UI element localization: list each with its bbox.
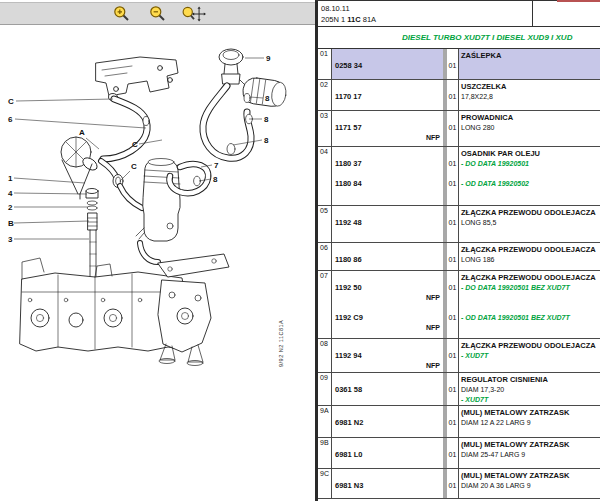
table-row-03[interactable]: 031171 57NFP01PROWADNICALONG 280 <box>318 111 600 147</box>
table-row-9C[interactable]: 9C6981 N301(MUL) METALOWY ZATRZASKDIAM 2… <box>318 469 600 499</box>
table-row-09[interactable]: 090361 5801REGULATOR CISNIENIADIAM 17,3-… <box>318 373 600 406</box>
quantity <box>447 293 458 303</box>
label-leader-line <box>15 119 146 128</box>
quantity <box>447 113 458 123</box>
row-ref: 02 <box>318 80 331 110</box>
description-cell: OSADNIK PAR OLEJU- DO DATA 19920501- OD … <box>458 147 600 205</box>
table-row-02[interactable]: 021170 1701USZCZELKA17,8X22,8 <box>318 80 600 111</box>
nfp-flag: NFP <box>426 361 440 371</box>
diagram-label-C: C <box>8 97 14 106</box>
quantity <box>447 273 458 283</box>
quantity: 01 <box>447 283 458 293</box>
table-row-04[interactable]: 041180 371180 840101OSADNIK PAR OLEJU- D… <box>318 147 600 206</box>
label-leader-line <box>14 178 85 183</box>
row-ref: 06 <box>318 243 331 270</box>
description-cell: REGULATOR CISNIENIADIAM 17,3-20- XUD7T <box>458 373 600 405</box>
description-cell: ZŁĄCZKA PRZEWODU ODOLEJACZALONG 85,5 <box>458 206 600 242</box>
part-number: 1180 37 <box>335 159 443 169</box>
applicability-note: - XUD7T <box>461 395 600 405</box>
row-ref: 05 <box>318 206 331 242</box>
part-detail: LONG 186 <box>461 255 600 265</box>
quantity <box>447 375 458 385</box>
header-reference-cell: 08.10.11 205N 1 11C 81A <box>318 1 533 27</box>
diagram-label-C: C <box>131 162 137 171</box>
quantity <box>447 395 458 405</box>
quantity-cell: 01 <box>447 206 458 242</box>
table-row-08[interactable]: 081192 94NFP01ZŁĄCZKA PRZEWODU ODOLEJACZ… <box>318 339 600 373</box>
row-ref: 9A <box>318 406 331 437</box>
applicability-note: - DO DATA 19920501 <box>461 159 600 169</box>
diagram-label-2: 2 <box>8 203 13 212</box>
part-number-cell: 1170 17 <box>331 80 443 110</box>
label-leader-line <box>14 193 87 194</box>
diagram-label-1: 1 <box>8 174 13 183</box>
quantity <box>447 408 458 418</box>
table-row-9B[interactable]: 9B6981 L001(MUL) METALOWY ZATRZASKDIAM 2… <box>318 438 600 469</box>
part-number-cell: 1180 86 <box>331 243 443 270</box>
diagram-label-C: C <box>132 140 138 149</box>
quantity: 01 <box>447 385 458 395</box>
part-detail: DIAM 20 A 36 LARG 9 <box>461 481 600 491</box>
quantity <box>447 208 458 218</box>
part-number: 1192 48 <box>335 218 443 228</box>
part-number: 6981 N2 <box>335 418 443 428</box>
table-row-01[interactable]: 010258 3401ZAŚLEPKA <box>318 49 600 80</box>
quantity <box>447 149 458 159</box>
diagram-label-4: 4 <box>8 189 13 198</box>
table-row-06[interactable]: 061180 8601ZŁĄCZKA PRZEWODU ODOLEJACZALO… <box>318 243 600 271</box>
parts-rows: 010258 3401ZAŚLEPKA021170 1701USZCZELKA1… <box>318 49 600 499</box>
quantity <box>447 303 458 313</box>
description-cell: ZAŚLEPKA <box>458 49 600 79</box>
quantity <box>447 341 458 351</box>
engine-variant-title: DIESEL TURBO XUD7T I DIESEL XUD9 I XUD <box>318 27 600 49</box>
nfp-flag: NFP <box>426 133 440 143</box>
part-number-cell: 6981 N2 <box>331 406 443 437</box>
part-detail <box>461 133 600 143</box>
parts-diagram: 9/92 N2 11C81A C6ACC142B3988878 <box>0 0 315 501</box>
header-empty-cell <box>533 1 600 27</box>
part-detail: LONG 85,5 <box>461 218 600 228</box>
diagram-label-8: 8 <box>265 94 270 103</box>
quantity <box>447 323 458 333</box>
table-row-05[interactable]: 051192 4801ZŁĄCZKA PRZEWODU ODOLEJACZALO… <box>318 206 600 243</box>
quantity-cell: 01 <box>447 339 458 372</box>
zoom-in-icon[interactable] <box>110 5 134 23</box>
header-plate-ref: 205N 1 11C 81A <box>321 14 532 25</box>
description-cell: (MUL) METALOWY ZATRZASKDIAM 12 A 22 LARG… <box>458 406 600 437</box>
part-detail <box>461 61 600 71</box>
part-detail: DIAM 17,3-20 <box>461 385 600 395</box>
part-number: 6981 L0 <box>335 450 443 460</box>
quantity: 01 <box>447 61 458 71</box>
row-ref: 03 <box>318 111 331 146</box>
quantity: 01 <box>447 351 458 361</box>
part-name: ZŁĄCZKA PRZEWODU ODOLEJACZA <box>461 208 600 218</box>
quantity-cell: 01 <box>447 438 458 468</box>
part-number-cell: 1180 371180 84 <box>331 147 443 205</box>
part-detail: DIAM 12 A 22 LARG 9 <box>461 418 600 428</box>
zoom-out-icon[interactable] <box>146 5 170 23</box>
quantity <box>447 169 458 179</box>
applicability-note: - OD DATA 19920502 <box>461 179 600 189</box>
quantity-cell: 01 <box>447 469 458 498</box>
applicability-note: - XUD7T <box>461 351 600 361</box>
header-date: 08.10.11 <box>321 3 532 14</box>
quantity: 01 <box>447 218 458 228</box>
description-cell: USZCZELKA17,8X22,8 <box>458 80 600 110</box>
part-detail: LONG 280 <box>461 123 600 133</box>
label-leader-line <box>121 171 130 180</box>
part-number: 0361 58 <box>335 385 443 395</box>
table-row-9A[interactable]: 9A6981 N201(MUL) METALOWY ZATRZASKDIAM 1… <box>318 406 600 438</box>
parts-table-panel: 08.10.11 205N 1 11C 81A DIESEL TURBO XUD… <box>315 0 600 501</box>
part-name: USZCZELKA <box>461 82 600 92</box>
table-header: 08.10.11 205N 1 11C 81A <box>318 1 600 27</box>
part-name: ZŁĄCZKA PRZEWODU ODOLEJACZA <box>461 341 600 351</box>
table-row-07[interactable]: 071192 50NFP1192 C9NFP0101ZŁĄCZKA PRZEWO… <box>318 271 600 339</box>
quantity <box>447 440 458 450</box>
description-cell: ZŁĄCZKA PRZEWODU ODOLEJACZA- DO DATA 199… <box>458 271 600 338</box>
quantity: 01 <box>447 450 458 460</box>
part-number-cell: 1192 94NFP <box>331 339 443 372</box>
diagram-label-B: B <box>8 219 14 228</box>
part-number-cell: 1192 48 <box>331 206 443 242</box>
zoom-pan-icon[interactable] <box>182 5 206 23</box>
part-name: (MUL) METALOWY ZATRZASK <box>461 408 600 418</box>
